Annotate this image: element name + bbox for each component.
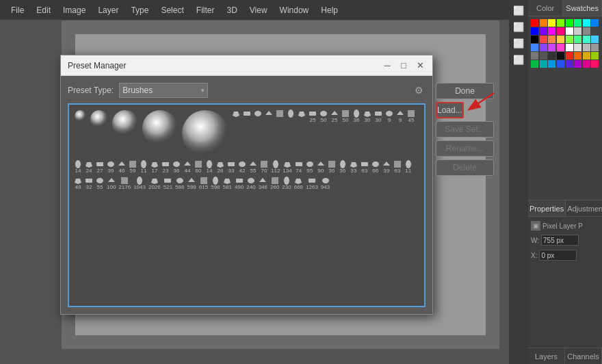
swatch-item[interactable] bbox=[591, 36, 599, 43]
brush-item[interactable]: 25 bbox=[309, 109, 317, 157]
brush-item[interactable]: 521 bbox=[163, 177, 172, 190]
brush-item[interactable]: 14 bbox=[205, 160, 213, 174]
swatch-item[interactable] bbox=[566, 52, 573, 60]
brush-item[interactable]: 17 bbox=[150, 160, 159, 174]
brush-item[interactable]: 46 bbox=[118, 160, 126, 174]
swatch-item[interactable] bbox=[540, 19, 547, 27]
brush-item[interactable]: 70 bbox=[260, 160, 268, 174]
swatch-item[interactable] bbox=[531, 36, 538, 43]
brush-item[interactable]: 63 bbox=[361, 160, 369, 174]
swatch-item[interactable] bbox=[583, 36, 590, 43]
swatch-item[interactable] bbox=[574, 19, 581, 27]
menu-file[interactable]: File bbox=[5, 4, 29, 16]
toolbar-icon-3[interactable]: ⬜ bbox=[511, 36, 526, 51]
swatch-item[interactable] bbox=[548, 19, 555, 27]
brush-item[interactable]: 90 bbox=[317, 160, 325, 174]
brush-item[interactable]: 74 bbox=[295, 160, 303, 174]
width-input[interactable] bbox=[541, 235, 579, 246]
brush-item[interactable] bbox=[276, 109, 284, 157]
brush-item[interactable] bbox=[298, 109, 306, 157]
brush-item[interactable]: 100 bbox=[107, 177, 116, 190]
brush-item[interactable]: 490 bbox=[235, 177, 244, 190]
brush-item[interactable]: 943 bbox=[321, 177, 330, 190]
brush-item[interactable]: 598 bbox=[211, 177, 220, 190]
swatch-item[interactable] bbox=[591, 52, 599, 60]
brush-item[interactable]: 23 bbox=[161, 160, 170, 174]
brush-item[interactable]: 39 bbox=[382, 160, 391, 174]
swatch-item[interactable] bbox=[540, 52, 547, 60]
swatch-item[interactable] bbox=[583, 27, 590, 35]
menu-edit[interactable]: Edit bbox=[31, 4, 56, 16]
swatch-item[interactable] bbox=[540, 60, 547, 68]
brush-item[interactable]: 33 bbox=[227, 160, 235, 174]
brush-item[interactable]: 14 bbox=[74, 160, 82, 174]
menu-view[interactable]: View bbox=[244, 4, 273, 16]
toolbar-icon-1[interactable]: ⬜ bbox=[511, 3, 526, 18]
swatch-item[interactable] bbox=[591, 60, 599, 68]
preset-type-select[interactable]: Brushes Swatches Gradients Patterns Styl… bbox=[119, 83, 208, 98]
swatch-item[interactable] bbox=[557, 36, 564, 43]
menu-type[interactable]: Type bbox=[125, 4, 154, 16]
brush-item[interactable]: 33 bbox=[350, 160, 358, 174]
brush-item[interactable]: 112 bbox=[271, 160, 280, 174]
brush-item[interactable]: 1043 bbox=[133, 177, 146, 190]
swatch-item[interactable] bbox=[583, 19, 590, 27]
gear-settings-btn[interactable]: ⚙ bbox=[412, 83, 426, 97]
menu-filter[interactable]: Filter bbox=[191, 4, 220, 16]
menu-window[interactable]: Window bbox=[274, 4, 315, 16]
menu-image[interactable]: Image bbox=[57, 4, 91, 16]
brush-item[interactable]: 27 bbox=[96, 160, 104, 174]
brush-item[interactable]: 39 bbox=[107, 160, 115, 174]
swatch-item[interactable] bbox=[548, 60, 555, 68]
brush-item[interactable]: 50 bbox=[319, 109, 328, 157]
brush-item[interactable]: 55 bbox=[96, 177, 104, 190]
brush-item[interactable]: 48 bbox=[74, 177, 82, 190]
rename-button[interactable]: Rename... bbox=[436, 140, 494, 157]
swatch-item[interactable] bbox=[574, 27, 581, 35]
brush-item[interactable]: 1263 bbox=[306, 177, 318, 190]
brush-item[interactable]: 60 bbox=[194, 160, 202, 174]
swatch-item[interactable] bbox=[566, 44, 573, 51]
swatch-item[interactable] bbox=[557, 19, 564, 27]
dialog-minimize-btn[interactable]: ─ bbox=[382, 60, 393, 71]
brush-item[interactable] bbox=[254, 109, 262, 157]
brush-item[interactable]: 2176 bbox=[118, 177, 131, 190]
brush-item[interactable]: 599 bbox=[187, 177, 196, 190]
menu-layer[interactable]: Layer bbox=[92, 4, 124, 16]
brush-item[interactable]: 42 bbox=[238, 160, 246, 174]
x-input[interactable] bbox=[539, 250, 577, 261]
brush-item[interactable]: 581 bbox=[223, 177, 232, 190]
brush-item[interactable]: 240 bbox=[246, 177, 255, 190]
brush-item[interactable]: 26 bbox=[216, 160, 224, 174]
brush-item[interactable]: 30 bbox=[374, 109, 382, 157]
brush-item[interactable]: 30 bbox=[363, 109, 371, 157]
save-set-button[interactable]: Save Set... bbox=[436, 121, 494, 138]
brush-item[interactable] bbox=[243, 109, 251, 157]
swatch-item[interactable] bbox=[583, 44, 590, 51]
brush-item[interactable]: 260 bbox=[270, 177, 279, 190]
swatch-item[interactable] bbox=[583, 52, 590, 60]
swatch-item[interactable] bbox=[557, 60, 564, 68]
swatch-item[interactable] bbox=[548, 52, 555, 60]
swatch-item[interactable] bbox=[531, 60, 538, 68]
swatch-item[interactable] bbox=[531, 27, 538, 35]
brush-item[interactable]: 230 bbox=[282, 177, 291, 190]
toolbar-icon-2[interactable]: ⬜ bbox=[511, 19, 526, 34]
swatch-item[interactable] bbox=[566, 19, 573, 27]
swatch-item[interactable] bbox=[557, 52, 564, 60]
swatch-item[interactable] bbox=[557, 44, 564, 51]
tab-layers[interactable]: Layers bbox=[528, 348, 565, 364]
brush-item[interactable]: 95 bbox=[306, 160, 314, 174]
brush-item[interactable] bbox=[265, 109, 273, 157]
tab-swatches[interactable]: Swatches bbox=[563, 0, 602, 16]
brush-item[interactable]: 346 bbox=[259, 177, 267, 190]
brush-item[interactable]: 50 bbox=[341, 109, 350, 157]
swatch-item[interactable] bbox=[557, 27, 564, 35]
brush-item[interactable]: 9 bbox=[396, 109, 404, 157]
swatch-item[interactable] bbox=[583, 60, 590, 68]
swatch-item[interactable] bbox=[591, 44, 599, 51]
brush-item[interactable]: 44 bbox=[183, 160, 192, 174]
brush-item[interactable]: 134 bbox=[283, 160, 291, 174]
brush-item[interactable]: 36 bbox=[339, 160, 347, 174]
swatch-item[interactable] bbox=[548, 27, 555, 35]
